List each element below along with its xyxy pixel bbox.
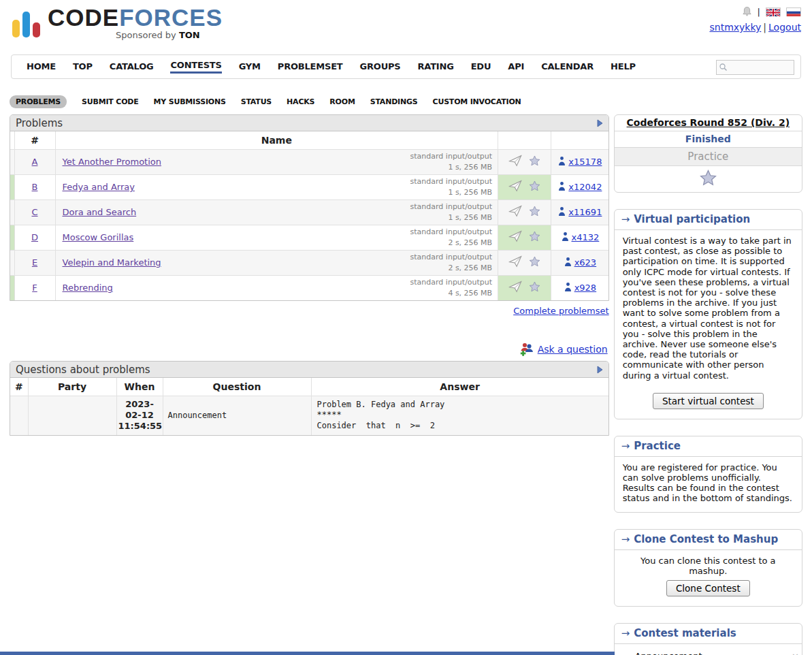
problem-index-link[interactable]: D — [31, 232, 38, 242]
problem-index-link[interactable]: E — [32, 257, 37, 268]
nav-item-groups[interactable]: GROUPS — [360, 61, 401, 73]
flag-ru-icon[interactable] — [786, 7, 801, 16]
nav-item-help[interactable]: HELP — [611, 61, 636, 73]
expand-arrow-icon[interactable] — [597, 119, 603, 127]
solved-count-link[interactable]: x928 — [574, 283, 597, 293]
user-separator: | — [763, 22, 766, 33]
contest-star-icon[interactable] — [700, 177, 717, 188]
solved-person-icon — [564, 257, 572, 269]
codeforces-logo[interactable]: CODEFORCES Sponsored by TON — [12, 5, 801, 39]
q-column-when: When — [116, 378, 163, 396]
problem-index-link[interactable]: C — [31, 207, 37, 217]
problem-io-limits: standard input/output1 s, 256 MB — [410, 176, 493, 197]
nav-item-problemset[interactable]: PROBLEMSET — [278, 61, 343, 73]
submit-plane-icon[interactable] — [508, 155, 523, 169]
problem-row-e: E Velepin and Marketing standard input/o… — [10, 250, 608, 275]
column-header-solved — [551, 131, 608, 149]
logout-link[interactable]: Logout — [768, 22, 801, 33]
submit-plane-icon[interactable] — [508, 180, 523, 194]
column-header-name: Name — [55, 131, 498, 149]
announcement-link[interactable]: Announcement — [635, 651, 702, 655]
problem-name-link[interactable]: Yet Another Promotion — [63, 157, 161, 167]
solved-person-icon — [557, 206, 566, 219]
solved-count-link[interactable]: x15178 — [568, 157, 602, 167]
favorite-star-icon[interactable] — [529, 206, 540, 219]
problem-io-limits: standard input/output2 s, 256 MB — [410, 227, 493, 248]
problem-index-link[interactable]: B — [32, 182, 38, 192]
contest-sub-navigation: PROBLEMS SUBMIT CODE MY SUBMISSIONS STAT… — [10, 95, 812, 108]
username-link[interactable]: sntmxykky — [709, 22, 761, 33]
problem-name-link[interactable]: Velepin and Marketing — [63, 257, 161, 268]
favorite-star-icon[interactable] — [529, 281, 540, 294]
bell-icon[interactable] — [742, 6, 752, 17]
favorite-star-icon[interactable] — [529, 256, 540, 269]
search-box[interactable] — [716, 60, 794, 75]
subnav-hacks[interactable]: HACKS — [287, 97, 314, 106]
problem-index-link[interactable]: A — [32, 157, 38, 167]
clone-contest-button[interactable]: Clone Contest — [666, 580, 750, 596]
flag-en-icon[interactable] — [766, 7, 781, 16]
virtual-participation-header: →Virtual participation — [615, 210, 802, 230]
practice-text: You are registered for practice. You can… — [615, 457, 802, 512]
solved-count-link[interactable]: x4132 — [572, 232, 600, 242]
complete-problemset-link[interactable]: Complete problemset — [513, 306, 608, 316]
q-column-num: # — [10, 378, 28, 396]
nav-item-api[interactable]: API — [508, 61, 524, 73]
subnav-my-submissions[interactable]: MY SUBMISSIONS — [154, 97, 226, 106]
nav-item-calendar[interactable]: CALENDAR — [541, 61, 594, 73]
submit-plane-icon[interactable] — [508, 281, 523, 295]
header-separator: | — [758, 7, 760, 17]
solved-count-link[interactable]: x623 — [574, 257, 597, 268]
expand-arrow-icon[interactable] — [597, 366, 603, 374]
favorite-star-icon[interactable] — [529, 155, 540, 168]
solved-count-link[interactable]: x12042 — [568, 182, 602, 192]
footer-top-bar — [0, 652, 615, 655]
subnav-submit-code[interactable]: SUBMIT CODE — [82, 97, 138, 106]
ask-question-link[interactable]: Ask a question — [538, 344, 608, 355]
subnav-room[interactable]: ROOM — [329, 97, 355, 106]
nav-item-contests[interactable]: CONTESTS — [170, 60, 221, 74]
problem-io-limits: standard input/output2 s, 256 MB — [410, 252, 493, 273]
problem-name-link[interactable]: Fedya and Array — [63, 182, 135, 192]
main-navigation: HOME TOP CATALOG CONTESTS GYM PROBLEMSET… — [11, 54, 801, 79]
ask-question-people-icon — [519, 342, 534, 356]
nav-item-edu[interactable]: EDU — [471, 61, 491, 73]
logo-bars-icon — [12, 12, 40, 39]
clone-contest-header: →Clone Contest to Mashup — [615, 530, 802, 550]
page-header: CODEFORCES Sponsored by TON | sntmxykky|… — [0, 0, 812, 54]
subnav-standings[interactable]: STANDINGS — [370, 97, 418, 106]
solved-person-icon — [561, 231, 570, 244]
nav-item-rating[interactable]: RATING — [418, 61, 454, 73]
solved-count-link[interactable]: x11691 — [568, 207, 602, 217]
contest-title-link[interactable]: Codeforces Round 852 (Div. 2) — [627, 117, 790, 128]
solved-person-icon — [557, 156, 566, 168]
nav-item-top[interactable]: TOP — [73, 61, 93, 73]
start-virtual-contest-button[interactable]: Start virtual contest — [653, 393, 764, 409]
arrow-icon: → — [621, 533, 630, 545]
problem-row-c: C Dora and Search standard input/output1… — [10, 199, 608, 225]
nav-item-gym[interactable]: GYM — [239, 61, 261, 73]
question-party — [28, 396, 116, 435]
problem-io-limits: standard input/output1 s, 256 MB — [410, 202, 493, 223]
submit-plane-icon[interactable] — [508, 255, 523, 270]
problem-name-link[interactable]: Rebrending — [63, 283, 113, 293]
subnav-problems[interactable]: PROBLEMS — [10, 95, 67, 108]
favorite-star-icon[interactable] — [529, 231, 540, 244]
search-input[interactable] — [728, 62, 787, 73]
arrow-icon: → — [621, 213, 630, 225]
nav-item-catalog[interactable]: CATALOG — [110, 61, 154, 73]
problem-name-link[interactable]: Dora and Search — [63, 207, 137, 217]
submit-plane-icon[interactable] — [508, 230, 523, 244]
column-header-index: # — [14, 131, 55, 149]
nav-item-home[interactable]: HOME — [27, 61, 56, 73]
subnav-status[interactable]: STATUS — [241, 97, 272, 106]
favorite-star-icon[interactable] — [529, 180, 540, 193]
submit-plane-icon[interactable] — [508, 205, 523, 219]
problem-io-limits: standard input/output1 s, 256 MB — [410, 151, 493, 172]
close-icon[interactable]: × — [792, 652, 799, 655]
column-header-actions — [498, 131, 551, 149]
practice-header: →Practice — [615, 436, 802, 457]
problem-index-link[interactable]: F — [32, 283, 37, 293]
problem-name-link[interactable]: Moscow Gorillas — [63, 232, 134, 242]
subnav-custom-invocation[interactable]: CUSTOM INVOCATION — [433, 97, 521, 106]
